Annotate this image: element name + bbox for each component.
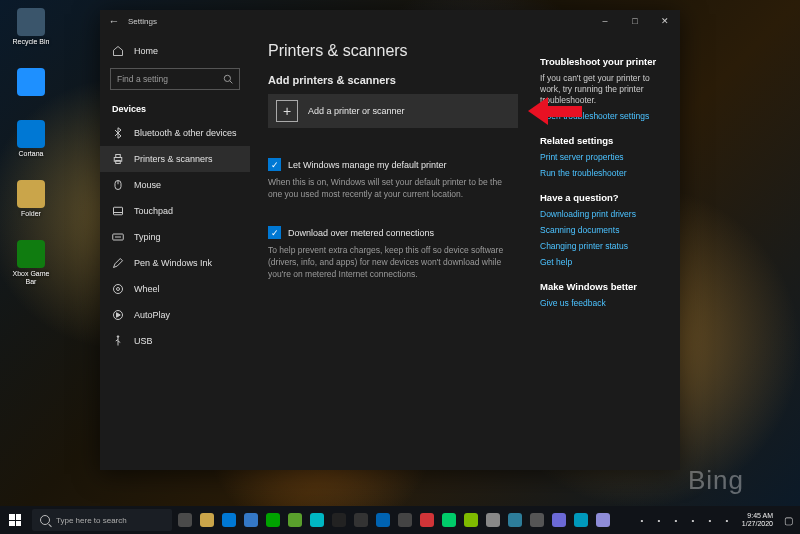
related-heading: Related settings: [540, 135, 666, 146]
sidebar-item-mouse[interactable]: Mouse: [100, 172, 250, 198]
app-icon: [178, 513, 192, 527]
sidebar-item-wheel[interactable]: Wheel: [100, 276, 250, 302]
taskbar-app[interactable]: [240, 506, 262, 534]
app-title: Settings: [128, 17, 157, 26]
bing-watermark: Bing: [688, 465, 744, 496]
app-icon: [17, 180, 45, 208]
close-button[interactable]: ✕: [650, 10, 680, 32]
back-button[interactable]: ←: [100, 15, 128, 27]
tray-^-icon[interactable]: •: [636, 514, 648, 526]
tray-vol-icon[interactable]: •: [670, 514, 682, 526]
app-icon: [420, 513, 434, 527]
taskbar-app[interactable]: [394, 506, 416, 534]
metered-checkbox[interactable]: ✓: [268, 226, 281, 239]
taskbar-app[interactable]: [174, 506, 196, 534]
svg-point-0: [224, 75, 230, 81]
troubleshoot-heading: Troubleshoot your printer: [540, 56, 666, 67]
app-icon: [530, 513, 544, 527]
tray-key-icon[interactable]: •: [721, 514, 733, 526]
default-printer-checkbox[interactable]: ✓: [268, 158, 281, 171]
sidebar-item-autoplay[interactable]: AutoPlay: [100, 302, 250, 328]
app-icon: [17, 120, 45, 148]
default-printer-desc: When this is on, Windows will set your d…: [268, 176, 518, 200]
desktop-icon[interactable]: Xbox Game Bar: [8, 240, 54, 286]
action-center-icon[interactable]: ▢: [782, 514, 794, 526]
sidebar-item-label: Wheel: [134, 284, 160, 294]
desktop-icon[interactable]: [8, 68, 54, 98]
taskbar-app[interactable]: [350, 506, 372, 534]
taskbar-app[interactable]: [438, 506, 460, 534]
sidebar-item-usb[interactable]: USB: [100, 328, 250, 354]
app-icon: [354, 513, 368, 527]
add-printer-button[interactable]: + Add a printer or scanner: [268, 94, 518, 128]
windows-logo-icon: [9, 514, 21, 526]
taskbar-app[interactable]: [416, 506, 438, 534]
add-heading: Add printers & scanners: [268, 74, 518, 86]
app-icon: [508, 513, 522, 527]
sidebar-item-label: Printers & scanners: [134, 154, 213, 164]
help-link[interactable]: Downloading print drivers: [540, 209, 666, 219]
svg-rect-3: [116, 161, 121, 164]
taskbar-clock[interactable]: 9:45 AM 1/27/2020: [738, 512, 777, 528]
desktop-icon[interactable]: Folder: [8, 180, 54, 218]
help-link[interactable]: Changing printer status: [540, 241, 666, 251]
start-button[interactable]: [0, 506, 30, 534]
search-icon: [40, 515, 50, 525]
app-icon: [552, 513, 566, 527]
tray-wifi-icon[interactable]: •: [687, 514, 699, 526]
taskbar-app[interactable]: [372, 506, 394, 534]
maximize-button[interactable]: □: [620, 10, 650, 32]
home-icon: [112, 45, 124, 57]
taskbar-app[interactable]: [548, 506, 570, 534]
help-link[interactable]: Get help: [540, 257, 666, 267]
taskbar-search[interactable]: Type here to search: [32, 509, 172, 531]
taskbar-apps: [174, 506, 614, 534]
taskbar-app[interactable]: [284, 506, 306, 534]
sidebar-home[interactable]: Home: [100, 38, 250, 64]
taskbar-app[interactable]: [460, 506, 482, 534]
taskbar-app[interactable]: [262, 506, 284, 534]
sidebar-item-pen[interactable]: Pen & Windows Ink: [100, 250, 250, 276]
taskbar-app[interactable]: [306, 506, 328, 534]
desktop-icon[interactable]: Recycle Bin: [8, 8, 54, 46]
taskbar-app[interactable]: [504, 506, 526, 534]
tray-batt-icon[interactable]: •: [704, 514, 716, 526]
better-heading: Make Windows better: [540, 281, 666, 292]
taskbar-app[interactable]: [526, 506, 548, 534]
tray-bt-icon[interactable]: •: [653, 514, 665, 526]
app-icon: [310, 513, 324, 527]
desktop-icon[interactable]: Cortana: [8, 120, 54, 158]
help-link[interactable]: Scanning documents: [540, 225, 666, 235]
clock-date: 1/27/2020: [742, 520, 773, 528]
system-tray: •••••• 9:45 AM 1/27/2020 ▢: [636, 512, 800, 528]
feedback-link[interactable]: Give us feedback: [540, 298, 666, 308]
minimize-button[interactable]: –: [590, 10, 620, 32]
related-link[interactable]: Print server properties: [540, 152, 666, 162]
sidebar-item-keyboard[interactable]: Typing: [100, 224, 250, 250]
related-link[interactable]: Run the troubleshooter: [540, 168, 666, 178]
usb-icon: [112, 335, 124, 347]
taskbar-app[interactable]: [218, 506, 240, 534]
sidebar-item-touchpad[interactable]: Touchpad: [100, 198, 250, 224]
metered-desc: To help prevent extra charges, keep this…: [268, 244, 518, 280]
sidebar-search-placeholder: Find a setting: [117, 74, 168, 84]
sidebar-item-label: USB: [134, 336, 153, 346]
taskbar-app[interactable]: [482, 506, 504, 534]
sidebar-search[interactable]: Find a setting: [110, 68, 240, 90]
pen-icon: [112, 257, 124, 269]
main-content: Printers & scanners Add printers & scann…: [250, 32, 680, 470]
taskbar-app[interactable]: [592, 506, 614, 534]
app-icon: [332, 513, 346, 527]
search-icon: [223, 74, 233, 84]
taskbar-app[interactable]: [328, 506, 350, 534]
sidebar-item-printer[interactable]: Printers & scanners: [100, 146, 250, 172]
app-icon: [17, 240, 45, 268]
sidebar-item-label: Touchpad: [134, 206, 173, 216]
settings-window: ← Settings – □ ✕ Home Find a setting Dev…: [100, 10, 680, 470]
taskbar-app[interactable]: [196, 506, 218, 534]
sidebar-item-bt[interactable]: Bluetooth & other devices: [100, 120, 250, 146]
taskbar-app[interactable]: [570, 506, 592, 534]
app-icon: [244, 513, 258, 527]
sidebar: Home Find a setting Devices Bluetooth & …: [100, 32, 250, 470]
svg-point-11: [117, 288, 120, 291]
